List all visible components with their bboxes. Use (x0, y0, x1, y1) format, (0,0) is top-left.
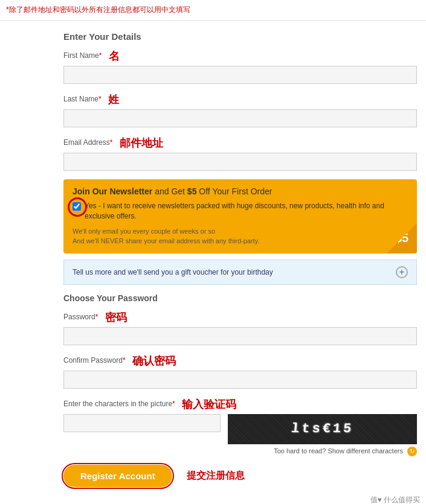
newsletter-checkbox[interactable] (73, 202, 81, 211)
email-input[interactable] (63, 153, 417, 171)
newsletter-title: Join Our Newsletter and Get $5 Off Your … (73, 187, 408, 196)
captcha-image: lts€15 (228, 414, 417, 444)
confirm-password-input[interactable] (63, 371, 417, 389)
register-row: Register Account 提交注册信息 (63, 465, 417, 487)
newsletter-box: Join Our Newsletter and Get $5 Off Your … (63, 179, 417, 254)
section-title-details: Enter Your Details (63, 31, 417, 42)
captcha-text: lts€15 (291, 421, 354, 436)
refresh-icon[interactable]: ↻ (407, 447, 417, 456)
captcha-input[interactable] (63, 414, 221, 432)
first-name-label: First Name* 名 (63, 49, 417, 63)
last-name-label: Last Name* 姓 (63, 92, 417, 107)
footer-brand: 值♥ 什么值得买 (370, 495, 420, 504)
password-label: Password* 密码 (63, 310, 417, 325)
confirm-password-label: Confirm Password* 确认密码 (63, 354, 417, 368)
newsletter-checkbox-label: Yes - I want to receive newsletters pack… (85, 201, 408, 222)
captcha-row: lts€15 (63, 414, 417, 444)
password-input[interactable] (63, 327, 417, 345)
captcha-hard-to-read[interactable]: Too hard to read? Show different charact… (63, 447, 417, 456)
last-name-input[interactable] (63, 109, 417, 127)
first-name-input[interactable] (63, 66, 417, 84)
register-annotation: 提交注册信息 (187, 470, 245, 482)
top-note: *除了邮件地址和密码以外所有注册信息都可以用中文填写 (0, 0, 426, 21)
newsletter-fine-print-1: We'll only email you every couple of wee… (73, 226, 408, 237)
newsletter-fine-print-2: And we'll NEVER share your email address… (73, 236, 408, 246)
birthday-plus-icon[interactable]: + (396, 266, 408, 278)
captcha-input-wrap (63, 414, 221, 432)
captcha-label: Enter the characters in the picture* 输入验… (63, 397, 417, 412)
register-button[interactable]: Register Account (63, 465, 172, 487)
password-section-title: Choose Your Password (63, 293, 417, 303)
newsletter-checkbox-row: Yes - I want to receive newsletters pack… (73, 201, 408, 222)
email-label: Email Address* 邮件地址 (63, 136, 417, 150)
birthday-row[interactable]: Tell us more and we'll send you a gift v… (63, 260, 417, 285)
birthday-text: Tell us more and we'll send you a gift v… (73, 268, 273, 276)
